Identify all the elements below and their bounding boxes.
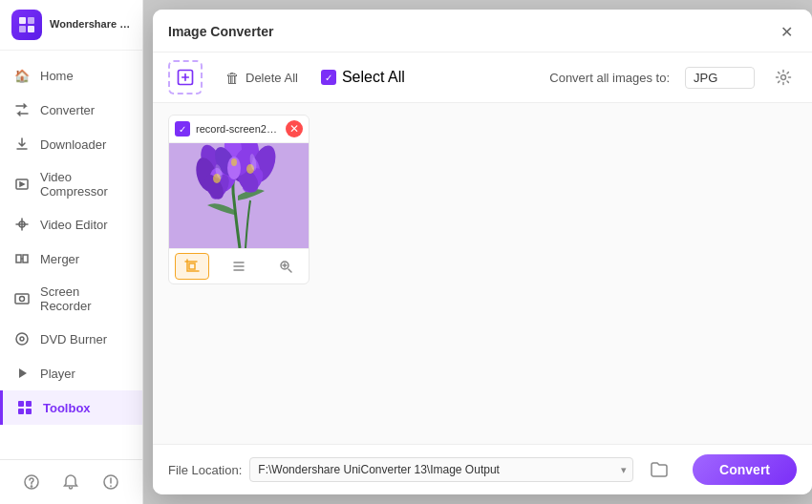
svg-rect-13: [26, 409, 32, 414]
zoom-button[interactable]: [268, 253, 303, 280]
feedback-icon[interactable]: [100, 472, 121, 493]
downloader-icon: [13, 136, 31, 153]
svg-rect-6: [15, 294, 29, 304]
svg-point-9: [20, 337, 24, 341]
svg-rect-1: [28, 17, 34, 24]
toolbox-icon: [16, 399, 33, 416]
trash-icon: 🗑: [225, 70, 240, 86]
help-icon[interactable]: [21, 472, 42, 493]
video-compressor-icon: [13, 176, 31, 193]
format-select[interactable]: JPG PNG BMP TIFF GIF WEBP: [685, 67, 755, 89]
modal-footer: File Location: ▾ Convert: [153, 444, 812, 494]
delete-all-button[interactable]: 🗑 Delete All: [218, 66, 306, 90]
sidebar-item-video-compressor-label: Video Compressor: [40, 170, 129, 199]
list-button[interactable]: [222, 253, 256, 280]
modal-content: ✓ record-screen22.JPG ✕: [153, 103, 812, 444]
remove-image-button[interactable]: ✕: [286, 120, 303, 137]
file-path-input[interactable]: [250, 458, 615, 481]
sidebar-item-merger-label: Merger: [40, 252, 79, 266]
image-card-footer: [169, 248, 309, 284]
video-editor-icon: [13, 216, 31, 233]
sidebar-item-downloader-label: Downloader: [40, 137, 106, 152]
add-files-button[interactable]: [168, 60, 203, 94]
close-button[interactable]: ✕: [776, 21, 797, 42]
app-icon: [11, 10, 42, 40]
dvd-burner-icon: [13, 330, 31, 347]
svg-rect-3: [28, 26, 34, 32]
convert-button[interactable]: Convert: [693, 454, 797, 485]
svg-rect-0: [19, 17, 26, 24]
sidebar-item-video-editor[interactable]: Video Editor: [0, 207, 142, 242]
svg-point-18: [781, 75, 786, 80]
sidebar-item-screen-recorder-label: Screen Recorder: [40, 284, 129, 313]
sidebar-item-toolbox[interactable]: Toolbox: [0, 390, 142, 425]
converter-icon: [13, 101, 31, 118]
file-path-wrapper: ▾: [249, 457, 633, 482]
convert-all-label: Convert all images to:: [549, 71, 670, 85]
sidebar-header: Wondershare UniCon: [0, 0, 142, 51]
svg-rect-10: [18, 401, 24, 407]
modal-title-bar: Image Converter ✕: [153, 10, 812, 52]
image-filename: record-screen22.JPG: [196, 123, 280, 135]
image-converter-modal: Image Converter ✕ 🗑 Delete All ✓ S: [153, 10, 812, 494]
crop-button[interactable]: [175, 253, 209, 280]
svg-rect-11: [26, 401, 32, 407]
home-icon: 🏠: [13, 67, 31, 84]
dropdown-arrow-icon: ▾: [615, 464, 632, 476]
sidebar-item-dvd-burner[interactable]: DVD Burner: [0, 322, 142, 356]
select-all-label: Select All: [342, 69, 405, 86]
svg-rect-41: [189, 263, 195, 269]
sidebar-item-video-compressor[interactable]: Video Compressor: [0, 161, 142, 207]
browse-folder-button[interactable]: [645, 455, 673, 484]
svg-rect-12: [18, 409, 24, 414]
sidebar-item-downloader[interactable]: Downloader: [0, 127, 142, 161]
sidebar-footer: [0, 459, 142, 504]
sidebar-item-merger[interactable]: Merger: [0, 242, 142, 276]
svg-point-15: [31, 486, 32, 487]
sidebar: Wondershare UniCon 🏠 Home Converter Down…: [0, 0, 143, 504]
main-area: Image Converter ✕ 🗑 Delete All ✓ S: [143, 0, 812, 504]
sidebar-item-converter[interactable]: Converter: [0, 93, 142, 127]
svg-rect-2: [19, 26, 26, 32]
sidebar-nav: 🏠 Home Converter Downloader: [0, 51, 142, 459]
delete-all-label: Delete All: [246, 71, 298, 85]
notification-icon[interactable]: [60, 472, 81, 493]
format-select-wrapper: JPG PNG BMP TIFF GIF WEBP: [685, 67, 755, 89]
select-all-wrapper[interactable]: ✓ Select All: [321, 69, 405, 86]
sidebar-item-video-editor-label: Video Editor: [40, 218, 108, 232]
screen-recorder-icon: [13, 290, 31, 307]
merger-icon: [13, 250, 31, 267]
app-name: Wondershare UniCon: [50, 18, 131, 31]
file-location-label: File Location:: [168, 463, 242, 477]
image-card: ✓ record-screen22.JPG ✕: [168, 115, 310, 284]
modal-title: Image Converter: [168, 24, 273, 39]
sidebar-item-player[interactable]: Player: [0, 356, 142, 390]
modal-toolbar: 🗑 Delete All ✓ Select All Convert all im…: [153, 52, 812, 103]
sidebar-item-toolbox-label: Toolbox: [43, 401, 91, 415]
sidebar-item-player-label: Player: [40, 367, 75, 381]
sidebar-item-screen-recorder[interactable]: Screen Recorder: [0, 276, 142, 322]
sidebar-item-converter-label: Converter: [40, 103, 95, 117]
sidebar-item-home-label: Home: [40, 69, 74, 83]
image-preview: [169, 143, 310, 248]
modal-overlay: Image Converter ✕ 🗑 Delete All ✓ S: [143, 0, 812, 504]
svg-point-38: [231, 158, 237, 166]
player-icon: [13, 365, 31, 382]
settings-button[interactable]: [770, 64, 797, 91]
svg-point-8: [16, 333, 28, 345]
svg-point-7: [20, 297, 25, 302]
image-checkbox[interactable]: ✓: [175, 121, 190, 136]
select-all-checkbox[interactable]: ✓: [321, 70, 336, 85]
sidebar-item-home[interactable]: 🏠 Home: [0, 58, 142, 93]
image-card-header: ✓ record-screen22.JPG ✕: [169, 116, 309, 143]
sidebar-item-dvd-burner-label: DVD Burner: [40, 332, 107, 346]
